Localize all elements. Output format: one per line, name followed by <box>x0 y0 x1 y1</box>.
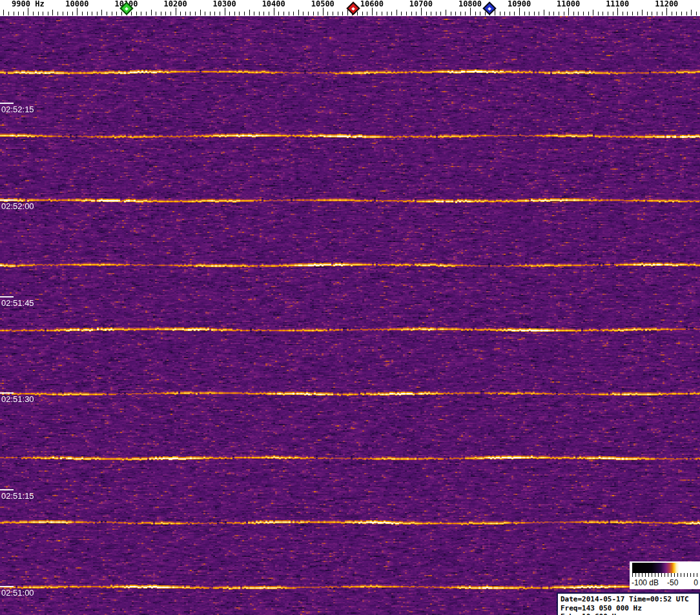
time-label: 02:51:30 <box>1 394 34 404</box>
spectrogram-window: 9900 Hz100001010010200103001040010500106… <box>0 0 700 615</box>
freq-tick-label: 10800 <box>458 0 482 8</box>
color-scale-legend: -100 dB -50 0 <box>630 561 700 589</box>
time-label: 02:51:15 <box>1 491 34 501</box>
time-tick <box>0 199 14 201</box>
time-tick <box>0 103 14 104</box>
time-label: 02:52:00 <box>1 201 34 211</box>
freq-tick-label: 11000 <box>557 0 580 8</box>
time-tick <box>0 586 14 587</box>
freq-tick-label: 10600 <box>360 0 384 8</box>
marker-center-dot <box>125 6 129 10</box>
freq-tick-label: 10700 <box>409 0 433 8</box>
freq-tick-label: 9900 Hz <box>12 0 45 8</box>
color-scale-gradient <box>632 563 697 573</box>
time-tick <box>0 296 14 297</box>
time-tick <box>0 392 14 394</box>
freq-tick-label: 10400 <box>262 0 285 8</box>
frequency-scale: 9900 Hz100001010010200103001040010500106… <box>0 0 700 16</box>
freq-tick-label: 11100 <box>606 0 629 8</box>
freq-tick-label: 11200 <box>655 0 678 8</box>
freq-tick-label: 10500 <box>311 0 335 8</box>
marker-center-dot <box>351 6 355 10</box>
legend-max-label: 0 <box>694 578 698 587</box>
time-label: 02:52:15 <box>1 105 34 114</box>
time-label: 02:51:00 <box>1 588 34 598</box>
freq-tick-label: 10000 <box>65 0 88 8</box>
freq-tick-label: 10300 <box>213 0 236 8</box>
time-label: 02:51:45 <box>1 298 34 308</box>
info-line-freq: Freq=143 050 000 Hz <box>561 604 699 613</box>
time-tick <box>0 489 14 490</box>
marker-center-dot <box>488 6 492 10</box>
info-box: Date=2014-05-17 Time=00:52 UTC Freq=143 … <box>557 592 700 615</box>
info-line-echo: Echo=10 600 Hz <box>561 612 699 615</box>
legend-mid-label: -50 <box>667 578 678 587</box>
freq-tick-label: 10200 <box>164 0 187 8</box>
waterfall-display: 02:52:1502:52:0002:51:4502:51:3002:51:15… <box>0 16 700 615</box>
spectrogram-canvas[interactable] <box>0 16 700 615</box>
color-scale-ticks <box>632 573 697 577</box>
freq-tick-label: 10900 <box>508 0 531 8</box>
info-line-date: Date=2014-05-17 Time=00:52 UTC <box>561 595 699 604</box>
legend-min-label: -100 dB <box>632 578 659 587</box>
